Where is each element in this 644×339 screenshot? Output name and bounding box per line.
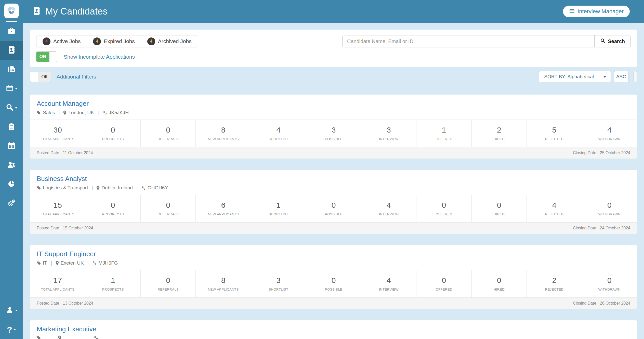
show-incomplete-label[interactable]: Show Incomplete Applications — [64, 54, 135, 60]
tab-active-jobs-label: Active Jobs — [53, 38, 81, 44]
sidebar-item-jobs[interactable] — [0, 22, 23, 41]
stat-withdrawn[interactable]: 0WITHDRAWN — [582, 270, 637, 297]
location-pin-icon — [63, 110, 67, 115]
sidebar-item-reports[interactable] — [0, 175, 23, 194]
stat-offered[interactable]: 0OFFERED — [416, 270, 471, 297]
location-pin-icon — [58, 335, 61, 339]
sidebar-item-fax[interactable] — [0, 60, 23, 79]
stat-shortlist[interactable]: 1SHORTLIST — [251, 195, 306, 222]
stat-offered[interactable]: 1OFFERED — [416, 120, 471, 147]
expired-jobs-count-badge: 4 — [93, 37, 101, 45]
stat-interview[interactable]: 3INTERVIEW — [361, 120, 416, 147]
tab-archived-jobs-label: Archived Jobs — [158, 38, 192, 44]
stat-rejected[interactable]: 2REJECTED — [527, 270, 582, 297]
stat-possible[interactable]: 0POSSIBLE — [306, 195, 361, 222]
stat-shortlist[interactable]: 4SHORTLIST — [251, 120, 306, 147]
toggle-knob — [30, 72, 38, 82]
sidebar-item-search[interactable] — [0, 98, 23, 117]
additional-filters-label[interactable]: Additional Filters — [57, 74, 96, 80]
stat-total-applicants[interactable]: 30TOTAL APPLICANTS — [30, 120, 85, 147]
stat-referrals[interactable]: 0REFERRALS — [140, 195, 195, 222]
job-location: London, UK — [68, 110, 94, 115]
location-pin-icon — [96, 186, 100, 190]
page-header: My Candidates Interview Manager — [23, 0, 644, 23]
sort-by-dropdown[interactable]: SORT BY: Alphabetical — [539, 71, 611, 82]
sidebar-item-settings[interactable] — [0, 194, 23, 213]
link-icon — [92, 261, 97, 265]
job-category: IT — [43, 260, 47, 266]
search-icon — [6, 103, 14, 112]
chevron-down-icon — [15, 88, 18, 89]
stat-possible[interactable]: 3POSSIBLE — [306, 120, 361, 147]
search-button[interactable]: Search — [594, 35, 630, 47]
stat-prospects[interactable]: 0PROSPECTS — [85, 120, 140, 147]
app-logo[interactable] — [4, 4, 19, 18]
stat-offered[interactable]: 0OFFERED — [416, 195, 471, 222]
job-card-footer: Posted Date · 11 October 2024 Closing Da… — [30, 147, 637, 159]
toggle-knob — [49, 52, 57, 62]
sidebar-item-events[interactable] — [0, 136, 23, 155]
stat-interview[interactable]: 4INTERVIEW — [361, 195, 416, 222]
stat-withdrawn[interactable]: 0WITHDRAWN — [582, 195, 637, 222]
stat-new-applicants[interactable]: 6NEW APPLICANTS — [195, 195, 251, 222]
clipboard-icon — [7, 122, 16, 132]
show-incomplete-toggle[interactable]: ON — [36, 51, 57, 62]
stat-possible[interactable]: 0POSSIBLE — [306, 270, 361, 297]
tab-archived-jobs[interactable]: 4 Archived Jobs — [141, 35, 198, 47]
stat-total-applicants[interactable]: 17TOTAL APPLICANTS — [30, 270, 85, 297]
job-title-link[interactable]: Marketing Executive — [37, 325, 96, 333]
job-title-link[interactable]: Account Manager — [37, 100, 89, 108]
tab-active-jobs[interactable]: 4 Active Jobs — [36, 35, 87, 47]
posted-date: Posted Date · 13 October 2024 — [37, 301, 93, 306]
chevron-down-icon — [14, 329, 16, 330]
sidebar-item-calendar[interactable] — [0, 79, 23, 98]
gears-icon — [7, 199, 16, 208]
job-reference: MJH6FG — [99, 260, 118, 266]
stat-withdrawn[interactable]: 4WITHDRAWN — [582, 120, 637, 147]
tab-expired-jobs[interactable]: 4 Expired Jobs — [87, 35, 141, 47]
stat-rejected[interactable]: 4REJECTED — [527, 195, 582, 222]
stat-new-applicants[interactable]: 8NEW APPLICANTS — [195, 270, 251, 297]
additional-filters-toggle[interactable]: Off — [30, 72, 51, 82]
job-meta: Logistics & Transport | Dublin, Ireland … — [37, 185, 630, 191]
stat-prospects[interactable]: 1PROSPECTS — [85, 270, 140, 297]
sidebar-item-account[interactable] — [0, 301, 23, 320]
stat-hired[interactable]: 0HIRED — [471, 270, 527, 297]
interview-manager-button[interactable]: Interview Manager — [563, 6, 630, 17]
calendar-icon — [569, 8, 575, 15]
candidate-search-input[interactable] — [343, 35, 594, 47]
job-card-footer: Posted Date · 15 October 2024 Closing Da… — [30, 222, 637, 234]
stat-new-applicants[interactable]: 8NEW APPLICANTS — [195, 120, 251, 147]
closing-date: Closing Date · 24 October 2024 — [573, 226, 630, 230]
toggle-on-state: ON — [36, 52, 49, 62]
job-title-link[interactable]: Business Analyst — [37, 175, 87, 183]
chevron-down-icon — [15, 107, 18, 109]
stat-referrals[interactable]: 0REFERRALS — [140, 120, 195, 147]
fax-icon — [7, 65, 16, 74]
toggle-off-state: Off — [38, 72, 51, 82]
butterfly-logo-icon — [5, 4, 18, 18]
user-icon — [6, 306, 14, 315]
stat-hired[interactable]: 0HIRED — [471, 195, 527, 222]
sidebar-divider — [6, 299, 17, 299]
stat-shortlist[interactable]: 3SHORTLIST — [251, 270, 306, 297]
sidebar-item-help[interactable]: ? — [0, 320, 23, 339]
sort-direction-button[interactable]: ASC — [614, 71, 628, 82]
archived-jobs-count-badge: 4 — [147, 37, 155, 45]
sidebar-bottom: ? — [0, 299, 23, 339]
tab-expired-jobs-label: Expired Jobs — [104, 38, 135, 44]
sidebar-item-candidates[interactable] — [0, 41, 23, 60]
stat-total-applicants[interactable]: 15TOTAL APPLICANTS — [30, 195, 85, 222]
stat-hired[interactable]: 2HIRED — [471, 120, 527, 147]
stat-interview[interactable]: 4INTERVIEW — [361, 270, 416, 297]
briefcase-icon — [7, 27, 16, 36]
link-icon — [94, 336, 98, 339]
sidebar-item-people[interactable] — [0, 155, 23, 175]
stat-prospects[interactable]: 0PROSPECTS — [85, 195, 140, 222]
job-title-link[interactable]: IT Support Engineer — [37, 250, 96, 258]
stat-referrals[interactable]: 0REFERRALS — [140, 270, 195, 297]
stat-rejected[interactable]: 5REJECTED — [527, 120, 582, 147]
sidebar-item-tasks[interactable] — [0, 117, 23, 136]
job-category: Logistics & Transport — [43, 185, 88, 191]
search-button-label: Search — [608, 38, 625, 44]
